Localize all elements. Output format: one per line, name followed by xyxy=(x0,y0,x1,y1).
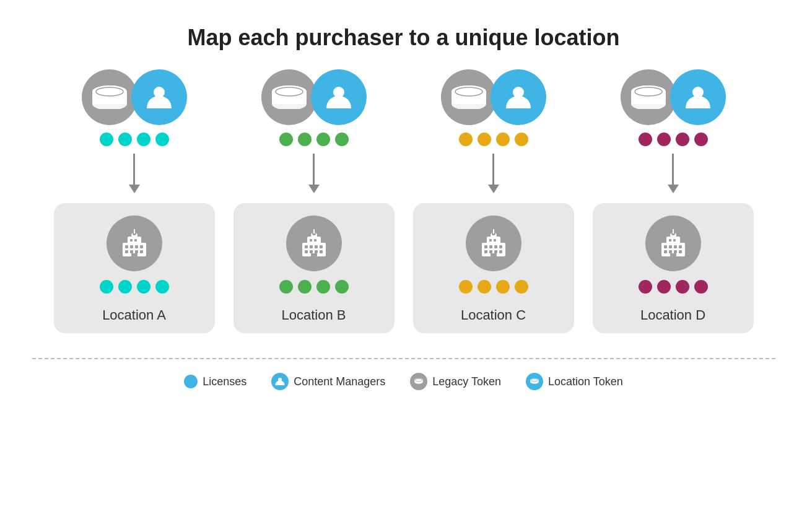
dashed-divider xyxy=(32,358,775,359)
card-dot-c-3 xyxy=(496,280,510,294)
legacy-token-icon-d xyxy=(621,69,676,125)
svg-rect-11 xyxy=(125,245,128,248)
card-dots-row-d xyxy=(639,280,708,294)
location-card-b: Location B xyxy=(233,203,395,333)
card-dot-c-2 xyxy=(478,280,491,294)
card-dot-d-3 xyxy=(676,280,689,294)
arrow-head-c xyxy=(488,185,499,193)
dot-c-4 xyxy=(515,133,528,146)
legacy-token-icon-c xyxy=(441,69,497,125)
location-label-c: Location C xyxy=(461,307,526,323)
legacy-token-icon-b xyxy=(261,69,317,125)
svg-rect-74 xyxy=(631,98,666,104)
person-svg-b xyxy=(324,82,354,112)
arrow-d xyxy=(668,154,679,193)
legend-item-location-token: Location Token xyxy=(526,373,623,390)
arrow-shaft-c xyxy=(492,154,494,185)
svg-rect-69 xyxy=(491,253,497,256)
building-svg-b xyxy=(296,225,332,261)
content-manager-icon-c xyxy=(491,69,546,125)
arrow-head-a xyxy=(129,185,140,193)
card-dot-b-2 xyxy=(298,280,312,294)
svg-rect-86 xyxy=(679,245,682,248)
dot-b-4 xyxy=(335,133,349,146)
svg-rect-16 xyxy=(130,250,133,253)
dot-a-2 xyxy=(118,133,132,146)
card-dot-a-2 xyxy=(118,280,132,294)
card-dot-a-1 xyxy=(100,280,113,294)
svg-rect-83 xyxy=(664,245,667,248)
dot-c-1 xyxy=(459,133,473,146)
location-token-legend-svg xyxy=(529,376,540,387)
svg-rect-50 xyxy=(451,98,486,104)
legacy-token-label: Legacy Token xyxy=(432,375,501,388)
card-dot-d-1 xyxy=(639,280,652,294)
card-dot-b-1 xyxy=(279,280,293,294)
building-svg-d xyxy=(655,225,691,261)
column-a: Location A xyxy=(51,69,218,333)
legend-item-content-managers: Content Managers xyxy=(271,373,385,390)
top-icons-d xyxy=(621,69,726,125)
building-icon-a xyxy=(107,216,162,271)
coin-svg-c xyxy=(450,85,487,109)
svg-rect-71 xyxy=(493,229,494,233)
arrow-shaft-b xyxy=(313,154,315,185)
coin-svg xyxy=(91,85,128,109)
arrow-shaft-a xyxy=(133,154,135,185)
coin-svg-b xyxy=(271,85,308,109)
svg-rect-26 xyxy=(272,98,307,104)
legend: Licenses Content Managers Legacy Token xyxy=(184,373,623,390)
card-dot-c-4 xyxy=(515,280,528,294)
svg-rect-47 xyxy=(313,229,315,233)
dot-a-3 xyxy=(137,133,150,146)
legacy-token-legend-icon xyxy=(410,373,427,390)
page-title: Map each purchaser to a unique location xyxy=(187,25,619,51)
card-dot-a-3 xyxy=(137,280,150,294)
svg-rect-90 xyxy=(679,250,682,253)
dots-row-b xyxy=(279,133,349,146)
legacy-token-icon-a xyxy=(82,69,137,125)
dots-row-a xyxy=(100,133,169,146)
dots-row-d xyxy=(639,133,708,146)
svg-rect-65 xyxy=(494,250,497,253)
svg-rect-38 xyxy=(320,245,323,248)
svg-rect-13 xyxy=(135,245,138,248)
coin-svg-d xyxy=(630,85,667,109)
svg-rect-88 xyxy=(669,250,672,253)
svg-rect-85 xyxy=(674,245,677,248)
svg-rect-35 xyxy=(305,245,308,248)
licenses-dot xyxy=(184,375,198,388)
svg-rect-59 xyxy=(484,245,487,248)
dot-d-4 xyxy=(694,133,708,146)
svg-rect-37 xyxy=(315,245,318,248)
arrow-shaft-d xyxy=(672,154,674,185)
dot-b-3 xyxy=(316,133,330,146)
card-dot-c-1 xyxy=(459,280,473,294)
dot-d-3 xyxy=(676,133,689,146)
column-b: Location B xyxy=(230,69,398,333)
location-label-d: Location D xyxy=(640,307,705,323)
card-dots-row-c xyxy=(459,280,528,294)
svg-rect-41 xyxy=(315,250,318,253)
svg-rect-64 xyxy=(489,250,492,253)
svg-rect-18 xyxy=(140,250,143,253)
person-svg-c xyxy=(504,82,533,112)
dots-row-c xyxy=(459,133,528,146)
building-icon-d xyxy=(645,216,701,271)
top-icons-a xyxy=(82,69,187,125)
svg-rect-63 xyxy=(484,250,487,253)
arrow-a xyxy=(129,154,140,193)
person-svg-d xyxy=(683,82,713,112)
svg-rect-68 xyxy=(494,239,496,242)
card-dot-d-2 xyxy=(657,280,671,294)
arrow-head-d xyxy=(668,185,679,193)
svg-rect-20 xyxy=(134,239,137,242)
svg-rect-66 xyxy=(499,250,502,253)
svg-rect-89 xyxy=(674,250,677,253)
column-d: Location D xyxy=(590,69,757,333)
svg-rect-21 xyxy=(131,253,137,256)
content-manager-icon-d xyxy=(670,69,726,125)
arrow-b xyxy=(308,154,320,193)
content-manager-icon-b xyxy=(311,69,367,125)
top-icons-c xyxy=(441,69,546,125)
